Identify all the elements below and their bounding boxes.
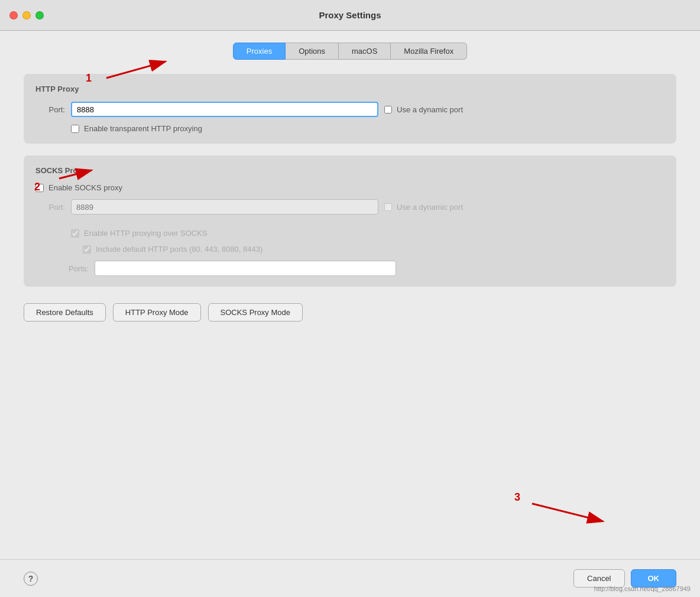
tab-firefox[interactable]: Mozilla Firefox bbox=[391, 43, 467, 60]
socks-inner: Enable SOCKS proxy Port: Use a dynamic p… bbox=[35, 183, 665, 276]
tab-proxies[interactable]: Proxies bbox=[233, 43, 286, 60]
help-button[interactable]: ? bbox=[24, 572, 38, 586]
http-proxy-section: HTTP Proxy Port: Use a dynamic port Enab… bbox=[24, 74, 676, 144]
close-button[interactable] bbox=[9, 11, 18, 20]
window-title: Proxy Settings bbox=[319, 10, 381, 20]
socks-proxy-section: SOCKS Proxy Enable SOCKS proxy Port: Use… bbox=[24, 155, 676, 287]
socks-default-ports-label: Include default HTTP ports (80, 443, 808… bbox=[96, 245, 262, 254]
socks-enable-checkbox[interactable] bbox=[35, 184, 44, 192]
socks-ports-input[interactable] bbox=[95, 261, 396, 276]
socks-default-ports-row: Include default HTTP ports (80, 443, 808… bbox=[83, 245, 665, 254]
maximize-button[interactable] bbox=[35, 11, 44, 20]
socks-dynamic-port-row: Use a dynamic port bbox=[384, 203, 463, 212]
tab-options[interactable]: Options bbox=[286, 43, 339, 60]
socks-port-input[interactable] bbox=[71, 199, 378, 215]
http-port-row: Port: Use a dynamic port bbox=[35, 102, 665, 117]
socks-dynamic-port-label: Use a dynamic port bbox=[397, 203, 463, 212]
http-port-label: Port: bbox=[35, 105, 65, 114]
svg-line-7 bbox=[532, 504, 603, 521]
socks-ports-label: Ports: bbox=[59, 264, 89, 273]
socks-port-row: Port: Use a dynamic port bbox=[35, 199, 665, 215]
http-transparent-checkbox[interactable] bbox=[71, 125, 79, 133]
svg-text:3: 3 bbox=[514, 491, 520, 503]
tab-bar: Proxies Options macOS Mozilla Firefox bbox=[24, 43, 676, 60]
main-content: 1 2 3 Proxies Options macOS Mozilla Fire… bbox=[0, 31, 700, 559]
tab-macos[interactable]: macOS bbox=[339, 43, 391, 60]
socks-port-label: Port: bbox=[35, 203, 65, 212]
watermark: http://blog.csdn.net/qq_28867949 bbox=[594, 585, 691, 592]
traffic-lights bbox=[9, 11, 44, 20]
http-dynamic-port-checkbox[interactable] bbox=[384, 106, 392, 113]
action-buttons: Restore Defaults HTTP Proxy Mode SOCKS P… bbox=[24, 303, 676, 322]
titlebar: Proxy Settings bbox=[0, 0, 700, 31]
http-port-input[interactable] bbox=[71, 102, 378, 117]
socks-proxy-mode-button[interactable]: SOCKS Proxy Mode bbox=[208, 303, 303, 322]
socks-http-over-socks-checkbox[interactable] bbox=[71, 229, 79, 238]
http-proxy-title: HTTP Proxy bbox=[35, 85, 665, 93]
http-transparent-label: Enable transparent HTTP proxying bbox=[84, 124, 202, 133]
http-dynamic-port-label: Use a dynamic port bbox=[397, 105, 463, 114]
socks-default-ports-checkbox[interactable] bbox=[83, 245, 91, 254]
restore-defaults-button[interactable]: Restore Defaults bbox=[24, 303, 106, 322]
http-transparent-row: Enable transparent HTTP proxying bbox=[71, 124, 665, 133]
socks-http-over-socks-label: Enable HTTP proxying over SOCKS bbox=[84, 229, 208, 238]
minimize-button[interactable] bbox=[22, 11, 31, 20]
http-dynamic-port-row: Use a dynamic port bbox=[384, 105, 463, 114]
socks-proxy-title: SOCKS Proxy bbox=[35, 166, 665, 175]
socks-enable-row: Enable SOCKS proxy bbox=[35, 183, 665, 192]
socks-dynamic-port-checkbox[interactable] bbox=[384, 203, 392, 211]
socks-ports-row: Ports: bbox=[59, 261, 665, 276]
http-proxy-mode-button[interactable]: HTTP Proxy Mode bbox=[113, 303, 201, 322]
socks-enable-label: Enable SOCKS proxy bbox=[48, 183, 122, 192]
socks-http-over-socks-row: Enable HTTP proxying over SOCKS bbox=[71, 229, 665, 238]
